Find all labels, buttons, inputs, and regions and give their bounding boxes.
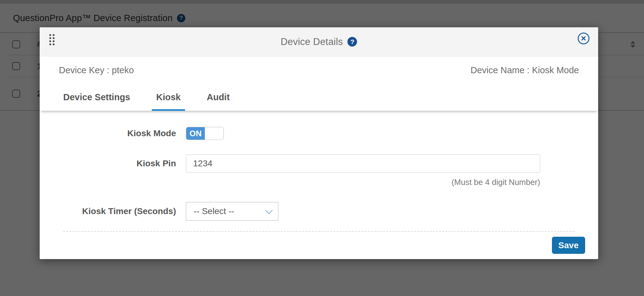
footer-divider	[63, 231, 575, 232]
kiosk-timer-selected-value: -- Select --	[194, 206, 234, 216]
modal-header: Device Details ? ✕	[40, 27, 598, 56]
kiosk-tab-panel: Kiosk Mode ON Kiosk Pin (Must be 4 digit…	[40, 111, 598, 232]
save-button[interactable]: Save	[552, 237, 585, 254]
kiosk-timer-select[interactable]: -- Select --	[186, 202, 278, 221]
modal-help-icon[interactable]: ?	[347, 37, 357, 47]
tab-audit[interactable]: Audit	[202, 84, 234, 111]
modal-title: Device Details	[281, 36, 343, 47]
kiosk-pin-input[interactable]	[186, 155, 540, 173]
tabs-bar: Device Settings Kiosk Audit	[40, 84, 598, 111]
drag-handle-icon[interactable]	[48, 33, 56, 47]
tab-device-settings[interactable]: Device Settings	[59, 84, 135, 111]
modal-footer: Save	[40, 232, 598, 259]
toggle-on-state: ON	[186, 127, 205, 140]
kiosk-timer-label: Kiosk Timer (Seconds)	[59, 206, 176, 216]
device-name-text: Device Name : Kiosk Mode	[470, 65, 579, 75]
device-details-modal: Device Details ? ✕ Device Key : pteko De…	[40, 27, 598, 259]
tab-kiosk[interactable]: Kiosk	[152, 84, 185, 111]
device-info-row: Device Key : pteko Device Name : Kiosk M…	[40, 56, 598, 84]
kiosk-mode-label: Kiosk Mode	[59, 128, 176, 138]
device-key-text: Device Key : pteko	[59, 65, 134, 75]
kiosk-pin-hint: (Must be 4 digit Number)	[452, 177, 540, 187]
close-icon[interactable]: ✕	[578, 33, 589, 44]
kiosk-mode-toggle[interactable]: ON	[186, 127, 224, 140]
kiosk-pin-label: Kiosk Pin	[59, 159, 176, 168]
chevron-down-icon	[265, 207, 273, 214]
